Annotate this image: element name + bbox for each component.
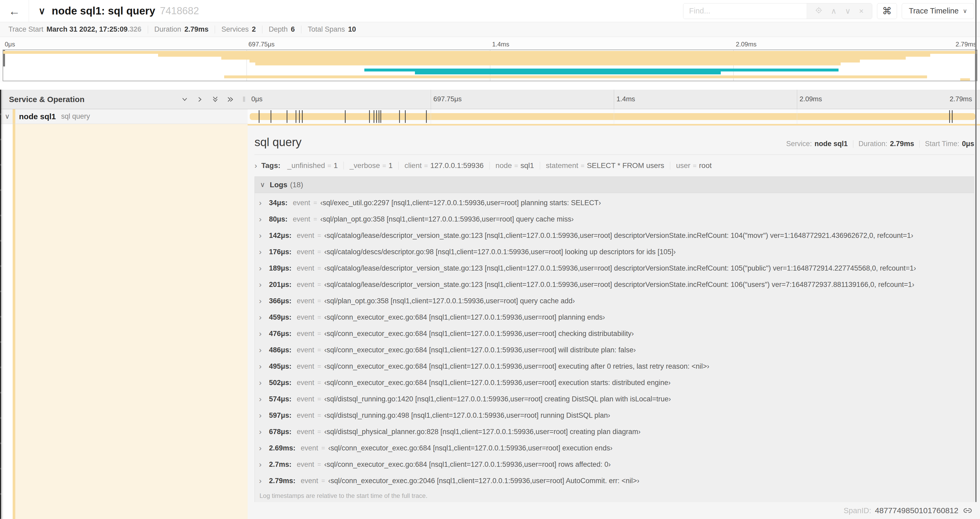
log-row-chevron-icon: ›	[259, 345, 265, 355]
log-row[interactable]: ›2.69ms:event=‹sql/conn_executor_exec.go…	[255, 440, 974, 456]
column-resizer-grip[interactable]: ‖	[242, 95, 245, 104]
log-row-chevron-icon: ›	[259, 198, 265, 207]
clear-find-icon[interactable]: ×	[859, 7, 864, 15]
left-scrollbar[interactable]	[0, 89, 1, 519]
expand-one-icon[interactable]	[196, 96, 204, 103]
minimap-span-bar	[158, 54, 930, 57]
info-value: 10	[348, 25, 356, 34]
log-row[interactable]: ›495μs:event=‹sql/conn_executor_exec.go:…	[255, 358, 974, 374]
tag-key: node	[496, 161, 512, 170]
view-type-dropdown[interactable]: Trace Timeline ∨	[902, 3, 974, 19]
log-equals: =	[317, 363, 321, 370]
span-children-chevron-icon[interactable]: ∨	[5, 112, 10, 121]
log-event-key: event	[293, 199, 310, 207]
timeline-gridline	[614, 109, 614, 124]
log-event-key: event	[301, 444, 318, 452]
log-equals: =	[317, 265, 321, 272]
log-row[interactable]: ›80μs:event=‹sql/plan_opt.go:358 [nsql1,…	[255, 211, 974, 227]
back-button[interactable]: ←	[0, 0, 29, 22]
tag-value: 1	[334, 161, 338, 170]
detail-row-indent-area	[0, 124, 248, 519]
view-type-label: Trace Timeline	[909, 6, 959, 15]
log-event-value: ‹sql/distsql_physical_planner.go:828 [ns…	[324, 428, 641, 436]
logs-accordion-header[interactable]: ∨ Logs (18)	[255, 177, 974, 193]
find-next-icon[interactable]: ∨	[845, 7, 851, 15]
logs-footnote: Log timestamps are relative to the start…	[255, 489, 974, 502]
info-label: Total Spans	[308, 25, 345, 34]
collapse-all-icon[interactable]	[211, 96, 219, 103]
deep-link-icon[interactable]	[963, 506, 972, 515]
info-value: March 31 2022, 17:25:09.326	[47, 25, 142, 34]
collapse-one-icon[interactable]	[181, 96, 189, 103]
log-row-chevron-icon: ›	[259, 264, 265, 273]
log-equals: =	[321, 444, 325, 452]
log-row[interactable]: ›176μs:event=‹sql/catalog/descs/descript…	[255, 244, 974, 260]
log-tick-marker	[259, 110, 259, 123]
span-row-name-cell[interactable]: ∨ node sql1 sql query	[0, 109, 248, 124]
log-timestamp: 486μs:	[269, 346, 292, 354]
log-tick-marker	[426, 110, 427, 123]
log-event-key: event	[297, 313, 314, 321]
log-row[interactable]: ›189μs:event=‹sql/catalog/lease/descript…	[255, 260, 974, 276]
log-event-key: event	[293, 215, 310, 224]
locate-span-icon[interactable]	[815, 6, 822, 15]
log-equals: =	[317, 461, 321, 468]
log-equals: =	[313, 199, 317, 206]
detail-color-stripe	[13, 124, 15, 519]
log-tick-marker	[949, 110, 950, 123]
expand-all-icon[interactable]	[227, 96, 234, 103]
logs-chevron-icon: ∨	[260, 180, 265, 189]
log-timestamp: 201μs:	[269, 281, 292, 289]
tags-chevron-icon[interactable]: ›	[255, 161, 257, 170]
tags-title: Tags:	[261, 161, 280, 170]
log-row[interactable]: ›2.7ms:event=‹sql/conn_executor_exec.go:…	[255, 456, 974, 473]
log-row[interactable]: ›574μs:event=‹sql/distsql_running.go:142…	[255, 391, 974, 407]
log-row[interactable]: ›201μs:event=‹sql/catalog/lease/descript…	[255, 276, 974, 293]
tag-value: root	[699, 161, 711, 170]
log-tick-marker	[302, 110, 303, 123]
log-event-key: event	[297, 346, 314, 354]
log-row[interactable]: ›476μs:event=‹sql/conn_executor_exec.go:…	[255, 326, 974, 342]
log-row[interactable]: ›366μs:event=‹sql/plan_opt.go:358 [nsql1…	[255, 293, 974, 309]
tag-value: 1	[388, 161, 393, 170]
keyboard-shortcuts-button[interactable]: ⌘	[877, 3, 897, 19]
info-separator	[148, 26, 148, 34]
log-timestamp: 459μs:	[269, 313, 292, 321]
find-prev-icon[interactable]: ∧	[831, 7, 837, 15]
detail-meta: Service:node sql1Duration:2.79msStart Ti…	[786, 140, 974, 148]
log-row-chevron-icon: ›	[259, 444, 265, 452]
log-row[interactable]: ›34μs:event=‹sql/exec_util.go:2297 [nsql…	[255, 195, 974, 211]
log-event-value: ‹sql/distsql_running.go:1420 [nsql1,clie…	[324, 395, 671, 403]
minimap-span-bar	[960, 78, 970, 81]
log-event-value: ‹sql/catalog/lease/descriptor_version_st…	[324, 232, 913, 240]
minimap-tick-label: 0μs	[5, 41, 15, 48]
timeline-gridline	[431, 89, 431, 109]
minimap-canvas[interactable]	[3, 50, 977, 81]
collapse-trace-header-icon[interactable]: ∨	[38, 6, 45, 17]
log-event-value: ‹sql/conn_executor_exec.go:684 [nsql1,cl…	[324, 330, 634, 338]
log-row[interactable]: ›502μs:event=‹sql/conn_executor_exec.go:…	[255, 374, 974, 391]
log-row[interactable]: ›142μs:event=‹sql/catalog/lease/descript…	[255, 227, 974, 244]
tag-key: statement	[546, 161, 578, 170]
log-row[interactable]: ›678μs:event=‹sql/distsql_physical_plann…	[255, 423, 974, 440]
log-row-chevron-icon: ›	[259, 231, 265, 240]
log-timestamp: 176μs:	[269, 248, 292, 256]
span-row-timeline-cell[interactable]	[248, 109, 980, 124]
tag-key: _verbose	[350, 161, 380, 170]
log-row[interactable]: ›459μs:event=‹sql/conn_executor_exec.go:…	[255, 309, 974, 326]
log-row[interactable]: ›486μs:event=‹sql/conn_executor_exec.go:…	[255, 342, 974, 358]
find-input[interactable]	[683, 3, 807, 19]
right-scrollbar[interactable]	[975, 0, 977, 502]
log-equals: =	[313, 216, 317, 223]
tag-equals: =	[424, 162, 428, 169]
span-detail-panel: sql query Service:node sql1Duration:2.79…	[248, 124, 980, 502]
log-marker-layer	[250, 110, 975, 123]
tags-row[interactable]: ›Tags:_unfinished=1_verbose=1client=127.…	[255, 161, 974, 170]
log-row[interactable]: ›597μs:event=‹sql/distsql_running.go:498…	[255, 407, 974, 423]
tag-item: node=sql1	[496, 161, 534, 170]
tag-separator	[670, 162, 670, 169]
log-event-key: event	[297, 379, 314, 387]
tag-key: user	[676, 161, 690, 170]
log-row[interactable]: ›2.79ms:event=‹sql/conn_executor_exec.go…	[255, 473, 974, 489]
meta-value: 0μs	[962, 140, 974, 148]
